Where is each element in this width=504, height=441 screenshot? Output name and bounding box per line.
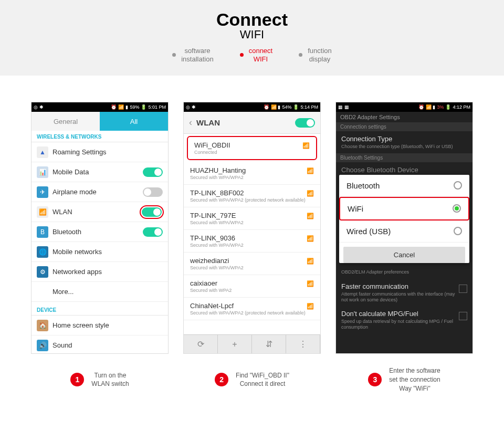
section-device: DEVICE — [32, 304, 168, 316]
option-wifi[interactable]: WiFi — [339, 197, 469, 220]
bottom-toolbar: ⟳ + ⇵ ⋮ — [184, 334, 320, 353]
network-item[interactable]: HUAZHU_HantingSecured with WPA/WPA2📶 — [184, 162, 320, 185]
checkbox-icon[interactable] — [459, 312, 467, 320]
network-item[interactable]: TP-LINK_797ESecured with WPA/WPA2📶 — [184, 207, 320, 230]
wifi-icon: 📶 — [307, 190, 314, 197]
tab-general[interactable]: General — [32, 112, 100, 131]
item-bt-device[interactable]: Choose Bluetooth Device — [336, 162, 472, 175]
nav-step-wifi[interactable]: connectWIFI — [240, 47, 273, 63]
radio-icon — [453, 204, 461, 213]
step-badge: 1 — [70, 373, 84, 386]
item-adapter-pref: OBD2/ELM Adapter preferences — [336, 267, 472, 279]
row-roaming[interactable]: ▲Roaming Settings — [32, 142, 168, 162]
menu-icon[interactable]: ⋮ — [286, 335, 320, 353]
toggle-mobile-data[interactable] — [143, 167, 163, 177]
row-more[interactable]: More... — [32, 282, 168, 302]
dot-icon — [172, 53, 176, 57]
signal-icon: ▮ — [125, 104, 128, 110]
nav-steps: softwareinstallation connectWIFI functio… — [0, 47, 504, 63]
row-bluetooth[interactable]: BBluetooth — [32, 222, 168, 242]
radio-icon — [454, 181, 462, 190]
item-faster-comm[interactable]: Faster communicationAttempt faster commu… — [336, 279, 472, 307]
radio-icon — [454, 227, 462, 235]
row-wlan[interactable]: 📶WLAN — [32, 202, 168, 222]
row-networked-apps[interactable]: ⚙Networked apps — [32, 262, 168, 282]
network-item[interactable]: TP-LINK_9036Secured with WPA/WPA2📶 — [184, 230, 320, 253]
wifi-icon: 📶 — [307, 167, 314, 174]
caption-3: 3 Enter the softwareset the connectionWa… — [335, 366, 473, 393]
section-connection: Connection settings — [336, 122, 472, 131]
wifi-icon: 📶 — [307, 303, 314, 310]
wps-icon[interactable]: ⇵ — [252, 335, 286, 353]
cancel-button[interactable]: Cancel — [343, 247, 465, 263]
network-wifi-obdii[interactable]: WiFi_OBDIIConnected📶 — [187, 136, 317, 160]
checkbox-icon[interactable] — [459, 285, 467, 293]
row-airplane[interactable]: ✈Airplane mode — [32, 182, 168, 202]
screenshot-wlan-list: ◎ ✱ ⏰ 📶 ▮54%🔋5:14 PM ‹ WLAN WiFi_OBDIICo… — [183, 102, 321, 354]
wifi-icon: 📶 — [307, 258, 314, 265]
captions-row: 1 Turn on theWLAN switch 2 Find "WiFi_OB… — [0, 364, 504, 408]
row-mobile-data[interactable]: 📊Mobile Data — [32, 162, 168, 182]
toggle-bluetooth[interactable] — [143, 227, 163, 237]
dot-icon — [240, 53, 244, 57]
wlan-header: ‹ WLAN — [184, 112, 320, 134]
header-title: Connect — [0, 9, 504, 30]
page-header: Connect WIFI softwareinstallation connec… — [0, 0, 504, 76]
section-wireless: WIRELESS & NETWORKS — [32, 131, 168, 142]
item-mpg[interactable]: Don't calculate MPG/FuelSpeed up data re… — [336, 306, 472, 334]
option-bluetooth[interactable]: Bluetooth — [339, 175, 469, 197]
connection-dialog: Bluetooth WiFi Wired (USB) Cancel — [339, 175, 469, 263]
row-home-style[interactable]: 🏠Home screen style — [32, 316, 168, 335]
dot-icon — [299, 53, 302, 57]
step-badge: 3 — [368, 373, 382, 386]
status-bar: ▦ ▦⏰ 📶 ▮3%🔋4:12 PM — [336, 102, 472, 112]
add-icon[interactable]: + — [218, 335, 252, 353]
status-bar: ◎ ✱ ⏰ 📶 ▮ 59% 🔋 5:01 PM — [32, 102, 168, 112]
refresh-icon[interactable]: ⟳ — [184, 335, 218, 353]
wifi-icon: 📶 — [307, 280, 314, 287]
wifi-icon: 📶 — [307, 235, 314, 242]
caption-2: 2 Find "WiFi_OBD II"Connect it direct — [183, 366, 321, 393]
screenshots-row: ◎ ✱ ⏰ 📶 ▮ 59% 🔋 5:01 PM General All WIRE… — [0, 76, 504, 364]
tabs: General All — [32, 112, 168, 131]
step-badge: 2 — [215, 373, 228, 386]
wifi-icon: 📶 — [307, 213, 314, 219]
header-subtitle: WIFI — [0, 28, 504, 41]
back-icon[interactable]: ‹ — [189, 117, 192, 128]
row-mobile-networks[interactable]: 🌐Mobile networks — [32, 242, 168, 262]
screenshot-settings: ◎ ✱ ⏰ 📶 ▮ 59% 🔋 5:01 PM General All WIRE… — [31, 102, 169, 354]
network-item[interactable]: caixiaoerSecured with WPA2📶 — [184, 275, 320, 298]
toggle-wlan-master[interactable] — [295, 118, 315, 128]
status-bar: ◎ ✱ ⏰ 📶 ▮54%🔋5:14 PM — [184, 102, 320, 112]
network-item[interactable]: ChinaNet-LpcfSecured with WPA/WPA2 (prot… — [184, 298, 320, 320]
wlan-title: WLAN — [196, 118, 291, 127]
obd-title: OBD2 Adapter Settings — [336, 112, 472, 122]
toggle-wlan[interactable] — [142, 207, 162, 217]
caption-1: 1 Turn on theWLAN switch — [31, 366, 169, 393]
alarm-icon: ⏰ — [111, 104, 117, 110]
tab-all[interactable]: All — [100, 112, 168, 131]
item-connection-type[interactable]: Connection TypeChoose the connection typ… — [336, 131, 472, 153]
wifi-icon: 📶 — [302, 142, 310, 149]
section-bluetooth: Bluetooth Settings — [336, 153, 472, 162]
network-item[interactable]: weizhedianziSecured with WPA/WPA2📶 — [184, 253, 320, 275]
network-item[interactable]: TP-LINK_8BF002Secured with WPA/WPA2 (pro… — [184, 185, 320, 207]
nav-step-function[interactable]: functiondisplay — [299, 47, 332, 63]
wifi-icon: 📶 — [118, 104, 124, 110]
toggle-airplane[interactable] — [143, 187, 163, 197]
screenshot-obd-settings: ▦ ▦⏰ 📶 ▮3%🔋4:12 PM OBD2 Adapter Settings… — [335, 102, 473, 354]
nav-step-software[interactable]: softwareinstallation — [172, 47, 213, 63]
row-sound[interactable]: 🔊Sound — [32, 335, 168, 354]
option-wired[interactable]: Wired (USB) — [339, 220, 469, 243]
